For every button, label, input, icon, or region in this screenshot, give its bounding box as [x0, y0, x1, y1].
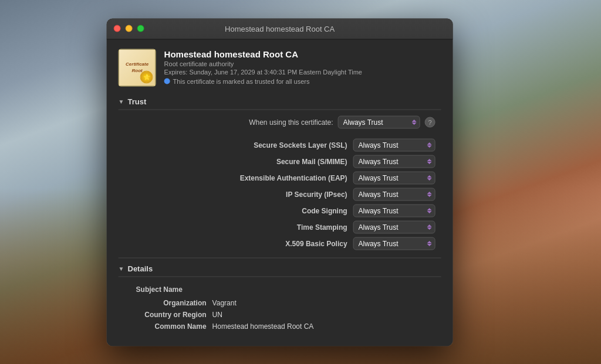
trust-section: ▼ Trust When using this certificate: Alw…	[119, 97, 441, 251]
trust-row-ssl: Secure Sockets Layer (SSL) Always Trust	[119, 137, 441, 153]
trust-select-wrapper-x509: Always Trust	[353, 237, 435, 250]
trust-section-title: Trust	[128, 97, 147, 106]
trust-select-ipsec[interactable]: Always Trust	[353, 188, 435, 200]
trust-row-x509: X.509 Basic Policy Always Trust	[119, 235, 441, 251]
help-button[interactable]: ?	[425, 117, 435, 127]
details-row-org: Organization Vagrant	[119, 297, 441, 308]
trust-select-wrapper-timestamp: Always Trust	[353, 220, 435, 233]
trust-select-wrapper-codesign: Always Trust	[353, 204, 435, 217]
details-label-cn: Common Name	[136, 322, 212, 330]
details-section-header: ▼ Details	[119, 264, 441, 277]
window-title: Homestead homestead Root CA	[225, 24, 335, 33]
details-section: ▼ Details Subject Name Organization Vagr…	[119, 264, 441, 332]
trust-main-label: When using this certificate:	[249, 118, 333, 126]
trust-label-codesign: Code Signing	[136, 206, 353, 215]
trust-label-timestamp: Time Stamping	[136, 223, 353, 231]
certificate-info: Homestead homestead Root CA Root certifi…	[164, 49, 441, 84]
maximize-button[interactable]	[137, 25, 144, 32]
trust-label-x509: X.509 Basic Policy	[136, 239, 353, 247]
details-label-org: Organization	[136, 298, 212, 307]
trusted-dot	[164, 78, 170, 84]
details-arrow-icon: ▼	[119, 265, 124, 271]
cert-subtitle: Root certificate authority	[164, 60, 441, 67]
details-row-country: Country or Region UN	[119, 308, 441, 320]
cert-expires: Expires: Sunday, June 17, 2029 at 3:40:3…	[164, 68, 441, 75]
trust-select-smime[interactable]: Always Trust	[353, 155, 435, 168]
details-value-org: Vagrant	[212, 298, 237, 307]
trust-main-select-wrapper: Always Trust	[338, 115, 420, 128]
cert-name: Homestead homestead Root CA	[164, 49, 441, 59]
trust-select-wrapper-eap: Always Trust	[353, 171, 435, 184]
details-value-cn: Homestead homestead Root CA	[212, 322, 314, 330]
trust-rows: Secure Sockets Layer (SSL) Always Trust	[119, 137, 441, 251]
trusted-label: This certificate is marked as trusted fo…	[173, 77, 310, 84]
trust-select-wrapper-ssl: Always Trust	[353, 138, 435, 151]
subject-name-label: Subject Name	[119, 283, 441, 297]
window-content: Certificate Root ⭐ Homestead homestead R…	[107, 39, 453, 346]
trust-row-timestamp: Time Stamping Always Trust	[119, 219, 441, 235]
trust-select-ssl[interactable]: Always Trust	[353, 138, 435, 151]
trust-row-codesign: Code Signing Always Trust	[119, 202, 441, 219]
traffic-lights	[114, 25, 144, 32]
trust-row-eap: Extensible Authentication (EAP) Always T…	[119, 169, 441, 186]
trust-label-eap: Extensible Authentication (EAP)	[136, 174, 353, 182]
window-wrapper: Homestead homestead Root CA Certificate …	[107, 18, 453, 346]
certificate-header: Certificate Root ⭐ Homestead homestead R…	[119, 49, 441, 86]
details-label-country: Country or Region	[136, 310, 212, 318]
details-row-cn: Common Name Homestead homestead Root CA	[119, 320, 441, 332]
trust-row-ipsec: IP Security (IPsec) Always Trust	[119, 186, 441, 202]
details-section-title: Details	[128, 264, 153, 273]
trust-label-smime: Secure Mail (S/MIME)	[136, 157, 353, 165]
trust-select-timestamp[interactable]: Always Trust	[353, 220, 435, 233]
cert-trusted: This certificate is marked as trusted fo…	[164, 77, 441, 84]
trust-select-codesign[interactable]: Always Trust	[353, 204, 435, 217]
certificate-icon: Certificate Root ⭐	[119, 49, 156, 86]
certificate-window: Homestead homestead Root CA Certificate …	[107, 18, 453, 346]
titlebar: Homestead homestead Root CA	[107, 18, 453, 39]
trust-section-header: ▼ Trust	[119, 97, 441, 110]
trust-select-eap[interactable]: Always Trust	[353, 171, 435, 184]
section-divider	[119, 257, 441, 258]
trust-select-wrapper-smime: Always Trust	[353, 155, 435, 168]
minimize-button[interactable]	[126, 25, 133, 32]
trust-main-row: When using this certificate: Always Trus…	[119, 115, 441, 128]
trust-select-wrapper-ipsec: Always Trust	[353, 188, 435, 200]
trust-select-x509[interactable]: Always Trust	[353, 237, 435, 250]
trust-row-smime: Secure Mail (S/MIME) Always Trust	[119, 153, 441, 169]
trust-main-select[interactable]: Always Trust	[338, 115, 420, 128]
trust-arrow-icon: ▼	[119, 98, 124, 104]
details-value-country: UN	[212, 310, 222, 318]
trust-label-ssl: Secure Sockets Layer (SSL)	[136, 141, 353, 149]
close-button[interactable]	[114, 25, 121, 32]
cert-icon-badge: ⭐	[140, 70, 153, 83]
trust-label-ipsec: IP Security (IPsec)	[136, 190, 353, 198]
